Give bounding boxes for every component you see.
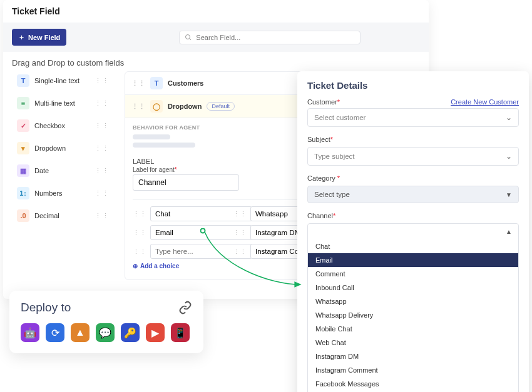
channel-option[interactable]: Web Chat: [308, 336, 518, 349]
field-type-icon: ▦: [17, 164, 29, 177]
deploy-target-key-icon[interactable]: 🔑: [121, 323, 140, 342]
drag-handle-icon[interactable]: ⋮⋮: [233, 229, 247, 237]
channel-option[interactable]: Instagram Comment: [308, 363, 518, 377]
drag-handle-icon[interactable]: ⋮⋮: [95, 99, 110, 108]
customer-select[interactable]: Select customer ⌄: [307, 108, 519, 127]
deploy-target-chatbot-icon[interactable]: 🤖: [21, 323, 39, 342]
placeholder-bar: [133, 134, 170, 139]
channel-option[interactable]: Whatsapp: [308, 294, 518, 308]
field-type-icon: ▾: [17, 142, 29, 154]
drag-handle-icon[interactable]: ⋮⋮: [133, 248, 146, 256]
channel-options: ChatEmailCommentInbound CallWhatsappWhat…: [308, 239, 518, 392]
deploy-panel: Deploy to 🤖⟳▲💬🔑▶📱: [9, 291, 203, 353]
deploy-icons-row: 🤖⟳▲💬🔑▶📱: [21, 323, 192, 342]
toolbar: ＋ New Field: [3, 23, 429, 52]
deploy-target-livechat-icon[interactable]: 💬: [96, 323, 115, 342]
channel-option[interactable]: Instagram DM: [308, 349, 518, 363]
canvas-row-label: Customers: [168, 79, 203, 87]
plus-icon: ＋: [18, 33, 25, 42]
deploy-target-refresh-icon[interactable]: ⟳: [46, 323, 64, 342]
ticket-details-panel: Ticket Details Customer* Create New Cust…: [297, 71, 529, 392]
drag-handle-icon[interactable]: ⋮⋮: [233, 210, 247, 218]
field-type-icon: 1↕: [17, 187, 29, 199]
chevron-down-icon: ⌄: [506, 152, 512, 161]
ticket-details-title: Ticket Details: [307, 80, 519, 91]
text-icon: T: [150, 77, 163, 89]
subject-label: Subject*: [307, 136, 333, 143]
deploy-target-play-icon[interactable]: ▶: [146, 323, 165, 342]
choice-cell: ⋮⋮: [133, 225, 227, 240]
search-input[interactable]: [192, 34, 355, 41]
palette-item-label: Dropdown: [34, 144, 66, 152]
field-type-icon: T: [17, 74, 29, 87]
customer-label: Customer*: [307, 98, 340, 106]
drag-handle-icon[interactable]: ⋮⋮: [95, 122, 110, 130]
channel-option[interactable]: Comment: [308, 267, 518, 281]
drag-handle-icon[interactable]: ⋮⋮: [133, 229, 146, 237]
field-type-icon: .0: [17, 209, 29, 222]
channel-label: Channel*: [307, 212, 335, 219]
palette-item[interactable]: ▾Dropdown⋮⋮: [12, 139, 112, 158]
palette-item-label: Checkbox: [34, 122, 65, 129]
label-caption: LABEL: [133, 158, 154, 165]
caret-up-icon: ▲: [506, 228, 512, 235]
channel-dropdown[interactable]: ▲ ChatEmailCommentInbound CallWhatsappWh…: [307, 223, 519, 392]
palette-item[interactable]: ≡Multi-line text⋮⋮: [12, 94, 112, 113]
svg-point-0: [186, 34, 190, 39]
category-select[interactable]: Select type ▼: [307, 186, 519, 203]
drag-handle-icon[interactable]: ⋮⋮: [95, 77, 110, 85]
choice-cell: ⋮⋮: [133, 206, 227, 221]
palette-item[interactable]: 1↕Numbers⋮⋮: [12, 184, 112, 203]
drag-handle-icon[interactable]: ⋮⋮: [233, 248, 247, 256]
palette-item-label: Single-line text: [34, 77, 79, 84]
category-label: Category *: [307, 174, 340, 182]
chevron-down-icon: ⌄: [506, 113, 512, 122]
drag-handle-icon[interactable]: ⋮⋮: [131, 103, 145, 111]
channel-option[interactable]: Chat: [308, 239, 518, 253]
channel-option[interactable]: Email: [308, 253, 518, 267]
channel-option[interactable]: Mobile Chat: [308, 322, 518, 336]
deploy-target-chart-icon[interactable]: ▲: [71, 323, 90, 342]
field-palette: TSingle-line text⋮⋮≡Multi-line text⋮⋮✓Ch…: [12, 71, 112, 280]
channel-option[interactable]: Facebook Messages: [308, 377, 518, 391]
channel-option[interactable]: Whatsapp Delivery: [308, 308, 518, 322]
caret-down-icon: ▼: [506, 191, 512, 198]
new-field-button[interactable]: ＋ New Field: [12, 29, 66, 46]
palette-item[interactable]: ▦Date⋮⋮: [12, 161, 112, 180]
drag-handle-icon[interactable]: ⋮⋮: [133, 210, 146, 218]
deploy-target-mobile-icon[interactable]: 📱: [171, 323, 190, 342]
panel-title: Ticket Field: [3, 0, 429, 23]
palette-item-label: Multi-line text: [34, 99, 75, 107]
drag-handle-icon[interactable]: ⋮⋮: [95, 212, 110, 220]
subject-input[interactable]: Type subject ⌄: [307, 147, 519, 166]
field-type-icon: ✓: [17, 119, 29, 132]
field-type-icon: ≡: [17, 97, 29, 109]
dropdown-icon: ◯: [150, 100, 163, 113]
link-icon[interactable]: [178, 301, 192, 314]
search-icon: [185, 34, 192, 41]
dnd-title: Drag and Drop to custom fields: [3, 52, 429, 71]
drag-handle-icon[interactable]: ⋮⋮: [131, 79, 145, 88]
default-tag: Default: [207, 102, 235, 111]
palette-item-label: Numbers: [34, 189, 63, 197]
new-field-label: New Field: [28, 34, 60, 41]
palette-item[interactable]: ✓Checkbox⋮⋮: [12, 116, 112, 135]
placeholder-bar: [133, 143, 195, 148]
search-field-container[interactable]: [179, 31, 361, 44]
choice-cell: ⋮⋮: [133, 244, 227, 259]
drag-handle-icon[interactable]: ⋮⋮: [95, 167, 110, 175]
drag-handle-icon[interactable]: ⋮⋮: [95, 189, 110, 198]
canvas-row-label: Dropdown: [168, 103, 202, 110]
palette-item[interactable]: TSingle-line text⋮⋮: [12, 71, 112, 90]
label-for-agent-input[interactable]: [133, 174, 239, 191]
channel-option[interactable]: Inbound Call: [308, 281, 518, 294]
palette-item-label: Date: [34, 167, 49, 174]
drag-handle-icon[interactable]: ⋮⋮: [95, 144, 110, 153]
create-customer-link[interactable]: Create New Customer: [451, 98, 519, 106]
palette-item-label: Decimal: [34, 212, 59, 219]
svg-line-1: [190, 38, 192, 40]
deploy-title: Deploy to: [21, 301, 71, 314]
palette-item[interactable]: .0Decimal⋮⋮: [12, 206, 112, 225]
plus-circle-icon: ⊕: [133, 263, 138, 269]
